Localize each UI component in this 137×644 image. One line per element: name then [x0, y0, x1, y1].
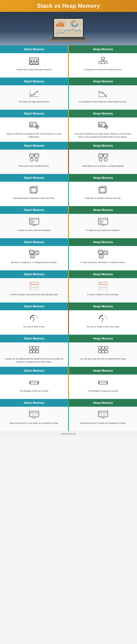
svg-rect-24 [36, 63, 38, 64]
heap-col-2: As compare to stack Heap has slower spee… [69, 85, 137, 110]
heap-text-8: In heap compiler is done manually. [87, 293, 119, 296]
section-header-6: Stack Memory Heap Memory [0, 206, 137, 214]
stack-header-3: Stack Memory [0, 110, 68, 118]
svg-rect-8 [58, 23, 60, 27]
stack-icon-4 [28, 152, 40, 163]
stack-text-10: A stack can be implemented by dynamic me… [3, 357, 65, 364]
svg-rect-62 [30, 154, 34, 157]
heap-text-10: You can use Array and tree to implement … [80, 357, 126, 360]
stack-text-8: In stack compiler instructions are autom… [10, 293, 58, 296]
heap-icon-12 [97, 410, 109, 420]
content-row-7: Memory is assigned in a contiguous block… [0, 246, 137, 270]
svg-rect-6 [55, 28, 82, 36]
svg-rect-31 [98, 62, 102, 64]
stack-col-5: Operating system dependent stack size li… [0, 182, 68, 206]
stack-header-8: Stack Memory [0, 270, 68, 278]
svg-rect-18 [36, 60, 38, 62]
svg-point-74 [104, 158, 107, 161]
section-header-1: Stack Memory Heap Memory [0, 46, 137, 53]
heap-col-4: Heap allows you to access a variable glo… [69, 150, 137, 174]
stack-text-12: Stack access time is very faster as comp… [10, 422, 58, 425]
content-row-4: Stack gives local variable access. Heap … [0, 150, 137, 174]
svg-point-115 [100, 255, 102, 257]
svg-point-66 [35, 158, 38, 161]
content-row-9: $ The cost of stack is less. $ The cost … [0, 310, 137, 335]
heap-col-6: In heap you can resize the variables. [69, 214, 137, 238]
heap-text-2: As compare to stack Heap has slower spee… [79, 100, 127, 103]
svg-rect-138 [36, 347, 39, 349]
svg-rect-53 [99, 124, 100, 126]
svg-rect-32 [102, 62, 104, 64]
svg-rect-94 [30, 223, 33, 224]
svg-rect-148 [105, 347, 108, 349]
heap-text-4: Heap allows you to access a variable glo… [82, 164, 124, 168]
stack-text-1: A stack has a linear data type structure… [16, 68, 52, 71]
stack-text-11: The flexibility of the size is fixed. [19, 390, 49, 392]
heap-col-10: You can use Array and tree to implement … [69, 342, 137, 367]
svg-rect-170 [30, 414, 33, 416]
stack-icon-7 [28, 249, 40, 260]
svg-rect-114 [99, 254, 103, 258]
heap-text-9: The cost of Heap is more than stack. [86, 325, 120, 328]
svg-rect-143 [30, 350, 32, 353]
heap-header-4: Heap Memory [69, 142, 137, 150]
svg-rect-172 [34, 415, 37, 416]
heap-header-11: Heap Memory [69, 367, 137, 374]
svg-rect-99 [99, 220, 102, 221]
hero-image [0, 12, 137, 46]
heap-text-6: In heap you can resize the variables. [86, 229, 120, 232]
stack-icon-9: $ [28, 313, 40, 324]
svg-point-131 [34, 319, 34, 320]
svg-rect-104 [30, 250, 34, 254]
svg-rect-23 [33, 63, 35, 64]
section-header-9: Stack Memory Heap Memory [0, 302, 137, 310]
stack-icon-6 [28, 216, 40, 227]
stack-icon-5 [28, 184, 40, 195]
page-header: Stack vs Heap Memory [0, 0, 137, 12]
svg-point-134 [102, 319, 104, 320]
svg-rect-68 [34, 154, 39, 157]
svg-point-110 [36, 252, 38, 254]
section-header-11: Stack Memory Heap Memory [0, 367, 137, 374]
heap-col-8: In heap compiler is done manually. [69, 278, 137, 302]
sections-container: Stack Memory Heap Memory A stack has a l… [0, 46, 137, 431]
stack-text-5: Operating system dependent stack size li… [13, 197, 55, 200]
heap-header-5: Heap Memory [69, 174, 137, 182]
svg-rect-106 [30, 252, 34, 254]
content-row-2: The stack has high-speed Access. As comp… [0, 85, 137, 110]
svg-rect-42 [30, 124, 32, 126]
section-header-4: Stack Memory Heap Memory [0, 142, 137, 150]
svg-rect-10 [62, 23, 64, 27]
svg-rect-44 [30, 126, 33, 126]
svg-point-72 [99, 158, 102, 161]
heap-icon-7 [97, 249, 109, 260]
stack-header-6: Stack Memory [0, 206, 68, 214]
section-header-10: Stack Memory Heap Memory [0, 335, 137, 342]
heap-header-8: Heap Memory [69, 270, 137, 278]
stack-col-4: Stack gives local variable access. [0, 150, 68, 174]
stack-header-5: Stack Memory [0, 174, 68, 182]
heap-text-7: In heap memory is allocated in a random … [80, 261, 126, 264]
svg-rect-144 [32, 350, 36, 353]
heap-col-5: Heap has no specific memory size limit. [69, 182, 137, 206]
svg-rect-179 [103, 415, 106, 416]
heap-header-1: Heap Memory [69, 46, 137, 53]
svg-rect-109 [35, 251, 39, 255]
stack-col-7: Memory is assigned in a contiguous block… [0, 246, 68, 270]
svg-point-57 [106, 126, 107, 127]
content-row-6: In stack we can't resize the variables. … [0, 214, 137, 238]
content-row-8: In stack compiler instructions are autom… [0, 278, 137, 302]
heap-text-5: Heap has no specific memory size limit. [85, 197, 121, 200]
page-title: Stack vs Heap Memory [2, 3, 136, 9]
svg-rect-33 [104, 62, 108, 64]
heap-icon-8 [97, 281, 109, 292]
stack-col-10: A stack can be implemented by dynamic me… [0, 342, 68, 367]
section-header-2: Stack Memory Heap Memory [0, 78, 137, 85]
svg-rect-22 [30, 63, 32, 64]
svg-rect-178 [103, 414, 107, 414]
heap-icon-10 [97, 345, 109, 356]
svg-point-46 [37, 126, 38, 127]
section-header-3: Stack Memory Heap Memory [0, 110, 137, 118]
svg-rect-177 [99, 414, 102, 416]
heap-header-6: Heap Memory [69, 206, 137, 214]
